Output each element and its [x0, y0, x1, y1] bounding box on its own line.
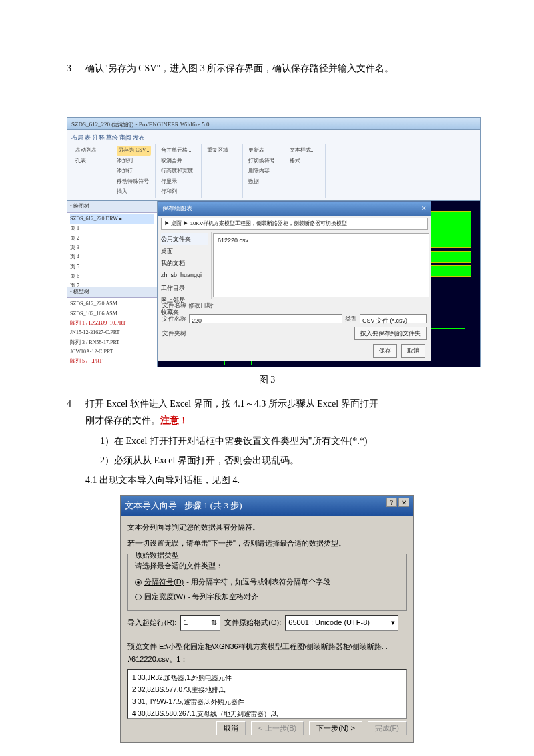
back-button: < 上一步(B) — [251, 721, 304, 735]
wizard-title-text: 文本导入向导 - 步骤 1 (共 3 步) — [125, 498, 242, 513]
sidebar-item-user[interactable]: zh_sb_huangqi — [161, 269, 208, 281]
tree-item[interactable]: 页 6 — [70, 272, 154, 281]
ribbon-item[interactable]: 添加行 — [117, 166, 151, 176]
step-4: 4 打开 Excel 软件进入 Excel 界面，按 4.1～4.3 所示步骤从… — [67, 395, 467, 429]
sidebar-item-workdir[interactable]: 工作目录 — [161, 282, 208, 294]
mdl-item[interactable]: 阵列 5 / _.PRT — [70, 357, 154, 366]
ribbon-group-label: 格式 — [290, 156, 321, 166]
ribbon-item[interactable]: 合并单元格... — [161, 146, 197, 155]
warning-text: 注意！ — [160, 415, 188, 425]
wizard-line2: 若一切设置无误，请单击"下一步"，否则请选择最合适的数据类型。 — [127, 537, 407, 550]
ribbon-group-label: 数据 — [248, 177, 280, 186]
ribbon-tabs[interactable]: 布局 表 注释 草绘 审阅 发布 — [71, 132, 476, 144]
proe-window-title: SZDS_612_220 (活动的) - Pro/ENGINEER Wildfi… — [67, 117, 481, 129]
draw-tree-title: • 绘图树 — [67, 201, 157, 212]
tree-item[interactable]: 页 5 — [70, 262, 154, 272]
sidebar-item-desktop[interactable]: 桌面 — [161, 245, 208, 257]
list-item[interactable]: 612220.csv — [218, 235, 425, 246]
ribbon-item[interactable]: 更新表 — [248, 146, 280, 155]
save-dialog-title: 保存绘图表 ✕ — [158, 202, 431, 215]
tree-item[interactable]: 页 7 — [70, 281, 154, 286]
spinner-icon[interactable]: ⇅ — [211, 616, 217, 630]
radio-delim-desc: - 用分隔字符，如逗号或制表符分隔每个字段 — [186, 576, 330, 589]
save-button[interactable]: 保存 — [373, 344, 397, 357]
ribbon-item[interactable]: 表动列表 — [75, 146, 107, 155]
start-row-input[interactable]: 1⇅ — [180, 615, 220, 631]
proe-workspace: • 绘图树 SZDS_612_220.DRW ▸ 页 1 页 2 页 3 页 4… — [67, 200, 481, 367]
mdl-item[interactable]: 阵列 3 / RN58-17.PRT — [70, 338, 154, 347]
draw-tree[interactable]: SZDS_612_220.DRW ▸ 页 1 页 2 页 3 页 4 页 5 页… — [67, 213, 157, 287]
tree-item[interactable]: 页 1 — [70, 224, 154, 233]
ribbon-item[interactable]: 行显示 — [161, 177, 197, 186]
ribbon-group-repeat: 重复区域 — [203, 144, 243, 198]
ribbon-item[interactable]: 重复区域 — [207, 146, 238, 155]
ribbon-group-label: 插入 — [117, 187, 151, 196]
mdl-item[interactable]: SZDS_102_106.ASM — [70, 309, 154, 319]
preview-label: 预览文件 E:\小型化固定柜\XGN36样机方案模型工程图\侧装断路器柜\侧装断… — [127, 640, 407, 667]
model-tree-title: • 模型树 — [67, 287, 157, 298]
ribbon-item[interactable]: 行高度和宽度... — [161, 166, 197, 176]
ribbon-item[interactable]: 移动特殊符号 — [117, 177, 151, 186]
preview-row: 32,8ZBS.577.073,主接地排,1, — [138, 686, 226, 693]
radio-delimited[interactable]: 分隔符号(D) - 用分隔字符，如逗号或制表符分隔每个字段 — [135, 576, 399, 589]
wizard-titlebar: 文本导入向导 - 步骤 1 (共 3 步) ? ✕ — [121, 496, 413, 515]
preview-row: 31,HY5W-17.5,避雷器,3,外购元器件 — [138, 698, 244, 705]
sub-41: 4.1 出现文本导入向导对话框，见图 4. — [85, 471, 467, 488]
ribbon-item[interactable]: 打切换符号 — [248, 156, 280, 166]
mdl-item[interactable]: JN15-12-31627-C.PRT — [70, 328, 154, 337]
step-4-line2: 刚才保存的文件。 — [85, 415, 160, 425]
original-type-group: 原始数据类型 请选择最合适的文件类型： 分隔符号(D) - 用分隔字符，如逗号或… — [127, 554, 407, 610]
ribbon-group-data: 更新表 打切换符号 删除内容 数据 — [244, 144, 284, 198]
tree-item[interactable]: 页 4 — [70, 252, 154, 262]
ribbon-item[interactable]: 删除内容 — [248, 166, 280, 176]
foldertree-label[interactable]: 文件夹树 — [162, 328, 186, 339]
text-import-wizard: 文本导入向导 - 步骤 1 (共 3 步) ? ✕ 文本分列向导判定您的数据具有… — [120, 495, 414, 743]
close-icon[interactable]: ✕ — [421, 203, 427, 214]
filetype-select[interactable]: CSV 文件 (*.csv) — [360, 314, 427, 323]
modeldate-label: 文件名称 修改日期: — [162, 300, 214, 311]
filename-input[interactable]: 220 — [189, 314, 342, 323]
figure-3-caption: 图 3 — [67, 371, 467, 388]
tree-root[interactable]: SZDS_612_220.DRW ▸ — [70, 214, 154, 224]
ribbon-item[interactable]: 文本样式... — [290, 146, 321, 155]
start-row-label: 导入起始行(R): — [127, 616, 176, 630]
radio-fixedwidth[interactable]: 固定宽度(W) - 每列字段加空格对齐 — [135, 590, 399, 604]
filename-label: 文件名称 — [162, 313, 186, 324]
group-legend: 原始数据类型 — [132, 549, 182, 562]
preview-row: 30,8ZBS.580.267.1,支母线（地刀到避雷器）,3, — [138, 710, 278, 717]
ribbon-group-table: 表动列表 孔表 — [71, 144, 111, 198]
step-4-text: 打开 Excel 软件进入 Excel 界面，按 4.1～4.3 所示步骤从 E… — [85, 395, 467, 429]
tree-item[interactable]: 页 2 — [70, 234, 154, 243]
tree-item[interactable]: 页 3 — [70, 243, 154, 252]
mdl-root[interactable]: SZDS_612_220.ASM — [70, 299, 154, 309]
preview-row: 33,JR32,加热器,1,外购电器元件 — [138, 674, 232, 681]
cancel-button[interactable]: 取消 — [216, 721, 246, 735]
sidebar-header: 公用文件夹 — [161, 233, 208, 245]
preview-box: 1 33,JR32,加热器,1,外购电器元件 2 32,8ZBS.577.073… — [127, 669, 407, 719]
nav-folder-button[interactable]: 按入要保存到的文件夹 — [354, 327, 427, 340]
radio-fixed-label: 固定宽度(W) — [144, 590, 186, 604]
save-path[interactable]: ▶ 桌面 ▶ 10KV样机方案模型工程图，侧装断路器柜，侧装断路器可切换模型 — [161, 218, 428, 230]
step-3-number: 3 — [67, 60, 85, 77]
ribbon-item[interactable]: 孔表 — [75, 156, 107, 166]
ribbon-item[interactable]: 取消合并 — [161, 156, 197, 166]
save-sidebar: 公用文件夹 桌面 我的文档 zh_sb_huangqi 工作目录 网上邻居 收藏… — [158, 232, 212, 299]
next-button[interactable]: 下一步(N) > — [309, 721, 362, 735]
model-tree[interactable]: SZDS_612_220.ASM SZDS_102_106.ASM 阵列 1 /… — [67, 298, 157, 367]
ribbon-group-rowcol: 合并单元格... 取消合并 行高度和宽度... 行显示 行和列 — [157, 144, 202, 198]
sidebar-item-docs[interactable]: 我的文档 — [161, 257, 208, 269]
ribbon-item[interactable]: 添加列 — [117, 156, 151, 166]
proe-canvas: 保存绘图表 ✕ ▶ 桌面 ▶ 10KV样机方案模型工程图，侧装断路器柜，侧装断路… — [158, 201, 480, 367]
radio-on-icon — [135, 579, 142, 586]
ribbon-group-format: 文本样式... 格式 — [286, 144, 326, 198]
help-icon[interactable]: ? — [386, 498, 397, 507]
mdl-item[interactable]: JCW10A-12-C.PRT — [70, 347, 154, 357]
finish-button: 完成(F) — [368, 721, 407, 735]
cancel-button[interactable]: 取消 — [401, 344, 425, 357]
close-icon[interactable]: ✕ — [398, 498, 409, 507]
figure-3: SZDS_612_220 (活动的) - Pro/ENGINEER Wildfi… — [67, 117, 481, 367]
save-file-list[interactable]: 612220.csv — [213, 233, 429, 297]
ribbon-save-csv[interactable]: 另存为 CSV... — [117, 146, 151, 155]
mdl-item[interactable]: 阵列 1 / LZZBJ9_10.PRT — [70, 319, 154, 328]
encoding-select[interactable]: 65001 : Unicode (UTF-8)▾ — [285, 615, 398, 631]
